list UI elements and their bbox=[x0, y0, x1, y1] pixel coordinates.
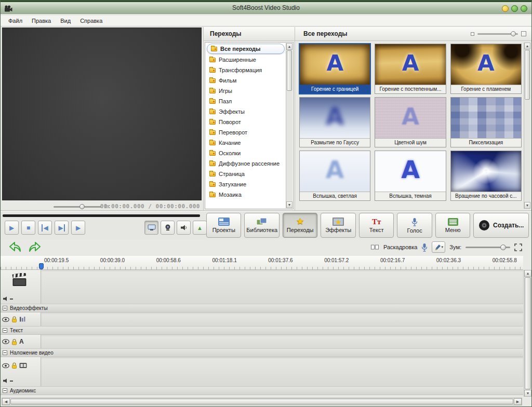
capture-button[interactable] bbox=[161, 221, 175, 235]
category-item[interactable]: Расширенные bbox=[206, 55, 286, 65]
category-item[interactable]: Фильм bbox=[206, 75, 286, 86]
collapse-icon[interactable] bbox=[3, 306, 7, 310]
scroll-thumb[interactable] bbox=[525, 50, 530, 100]
menu-file[interactable]: Файл bbox=[4, 16, 27, 25]
playhead-marker[interactable] bbox=[39, 263, 44, 269]
category-item[interactable]: Трансформация bbox=[206, 65, 286, 75]
transitions-button[interactable]: ★ Переходы bbox=[283, 213, 317, 238]
track-audio-icon[interactable] bbox=[3, 296, 9, 301]
video-effects-lane[interactable] bbox=[41, 313, 523, 326]
close-button[interactable] bbox=[521, 5, 527, 12]
scroll-left-button[interactable]: ◀ bbox=[2, 398, 10, 405]
maximize-button[interactable] bbox=[511, 5, 518, 12]
record-voice-icon[interactable] bbox=[421, 243, 428, 252]
scroll-up-button[interactable]: ▲ bbox=[286, 43, 292, 50]
transition-thumb[interactable]: A Горение с постепенным... bbox=[375, 44, 446, 94]
text-button[interactable]: Tт Текст bbox=[359, 213, 394, 238]
category-item[interactable]: Пазл bbox=[206, 96, 286, 106]
go-start-button[interactable]: ◀ bbox=[38, 221, 52, 235]
scroll-down-button[interactable]: ▼ bbox=[524, 202, 530, 209]
scroll-thumb[interactable] bbox=[525, 277, 531, 389]
category-item[interactable]: Осколки bbox=[206, 148, 286, 158]
seek-bar[interactable] bbox=[3, 214, 200, 217]
collapse-icon[interactable] bbox=[3, 388, 7, 393]
scroll-right-button[interactable]: ▶ bbox=[514, 398, 522, 405]
eye-icon[interactable] bbox=[2, 339, 9, 344]
lock-icon[interactable] bbox=[11, 362, 17, 369]
transition-thumb[interactable]: Пикселизация bbox=[450, 97, 522, 147]
mute-button[interactable] bbox=[177, 221, 191, 235]
scroll-thumb[interactable] bbox=[10, 399, 513, 404]
redo-button[interactable] bbox=[28, 241, 42, 255]
transition-thumb[interactable]: A Вспышка, темная bbox=[375, 151, 446, 201]
draw-tool-button[interactable]: ▾ bbox=[432, 241, 445, 253]
voice-button[interactable]: Голос bbox=[397, 213, 432, 238]
timeline-zoom-slider-thumb[interactable] bbox=[500, 245, 506, 250]
category-item[interactable]: Поворот bbox=[206, 117, 286, 127]
main-video-track-header[interactable] bbox=[1, 270, 41, 304]
category-item[interactable]: Мозаика bbox=[206, 189, 286, 200]
timeline-ruler[interactable]: 00:00:19.5 00:00:39.0 00:00:58.6 00:01:1… bbox=[1, 256, 523, 270]
transition-thumb[interactable]: A Размытие по Гауссу bbox=[299, 97, 370, 147]
menu-edit[interactable]: Правка bbox=[27, 16, 56, 25]
scroll-thumb[interactable] bbox=[287, 50, 292, 91]
preview-zoom-slider-thumb[interactable] bbox=[79, 204, 85, 209]
video-overlay-track-header[interactable] bbox=[1, 357, 41, 386]
category-item[interactable]: Эффекты bbox=[206, 106, 286, 117]
scroll-up-button[interactable]: ▲ bbox=[524, 43, 530, 49]
create-button[interactable]: Создать... bbox=[473, 213, 529, 238]
menu-view[interactable]: Вид bbox=[56, 16, 75, 25]
stop-button[interactable]: ■ bbox=[21, 221, 35, 235]
title-bar[interactable]: Soft4Boost Video Studio bbox=[1, 1, 531, 14]
timeline-horizontal-scrollbar[interactable]: ◀ ▶ bbox=[2, 398, 522, 405]
timeline-zoom-slider[interactable] bbox=[466, 247, 510, 248]
scroll-down-button[interactable]: ▼ bbox=[524, 390, 531, 397]
lock-icon[interactable] bbox=[11, 316, 17, 323]
minimize-button[interactable] bbox=[502, 5, 509, 12]
eye-icon[interactable] bbox=[2, 317, 9, 322]
collapse-icon[interactable] bbox=[3, 328, 7, 333]
category-item[interactable]: Диффузное рассеяние bbox=[206, 158, 286, 169]
transition-thumb[interactable]: A Горение с пламенем bbox=[450, 44, 522, 94]
text-track-header[interactable]: A bbox=[1, 335, 41, 348]
go-end-button[interactable]: ▶ bbox=[55, 221, 69, 235]
thumbnail-size-slider[interactable] bbox=[477, 33, 518, 35]
transition-thumb-selected[interactable]: A Горение с границей bbox=[299, 44, 370, 94]
text-lane[interactable] bbox=[41, 335, 523, 348]
category-item-all[interactable]: Все переходы bbox=[207, 44, 285, 54]
timeline-vertical-scrollbar[interactable]: ▲ ▼ bbox=[524, 270, 531, 397]
collapse-icon[interactable] bbox=[3, 350, 7, 355]
main-video-lane[interactable] bbox=[41, 270, 523, 304]
lock-icon[interactable] bbox=[11, 338, 17, 345]
category-scrollbar[interactable]: ▲ ▼ bbox=[286, 43, 292, 208]
library-button[interactable]: Библиотека bbox=[244, 213, 279, 238]
storyboard-toggle-icon[interactable] bbox=[371, 245, 379, 250]
preview-zoom-slider[interactable] bbox=[54, 206, 101, 208]
eye-icon[interactable] bbox=[2, 363, 9, 368]
menu-button[interactable]: Меню bbox=[435, 213, 470, 238]
next-frame-button[interactable]: ▶ bbox=[71, 221, 85, 235]
fit-timeline-icon[interactable] bbox=[514, 243, 522, 251]
video-effects-track-header[interactable] bbox=[1, 313, 41, 326]
scroll-up-button[interactable]: ▲ bbox=[524, 270, 531, 277]
play-button[interactable]: ▶ bbox=[5, 221, 19, 235]
volume-button[interactable]: ▲ bbox=[193, 221, 207, 235]
gallery-scrollbar[interactable]: ▲ ▼ bbox=[524, 43, 530, 209]
storyboard-label[interactable]: Раскадровка bbox=[383, 244, 417, 250]
menu-help[interactable]: Справка bbox=[75, 16, 107, 25]
projects-button[interactable]: Проекты bbox=[206, 213, 241, 238]
collapse-audio-icon[interactable] bbox=[10, 299, 13, 300]
transition-thumb[interactable]: A Цветной шум bbox=[375, 97, 446, 147]
scroll-down-button[interactable]: ▼ bbox=[286, 201, 292, 208]
transition-thumb[interactable]: Вращение по часовой с... bbox=[450, 151, 522, 201]
thumbnail-size-slider-thumb[interactable] bbox=[511, 31, 516, 36]
category-item[interactable]: Страница bbox=[206, 169, 286, 179]
category-item[interactable]: Качание bbox=[206, 138, 286, 148]
category-item[interactable]: Переворот bbox=[206, 127, 286, 138]
transition-thumb[interactable]: A Вспышка, светлая bbox=[299, 151, 370, 201]
collapse-audio-icon[interactable] bbox=[10, 381, 13, 382]
effects-button[interactable]: Эффекты bbox=[321, 213, 355, 238]
category-item[interactable]: Затухание bbox=[206, 179, 286, 189]
category-item[interactable]: Игры bbox=[206, 86, 286, 96]
video-overlay-lane[interactable] bbox=[41, 357, 523, 386]
